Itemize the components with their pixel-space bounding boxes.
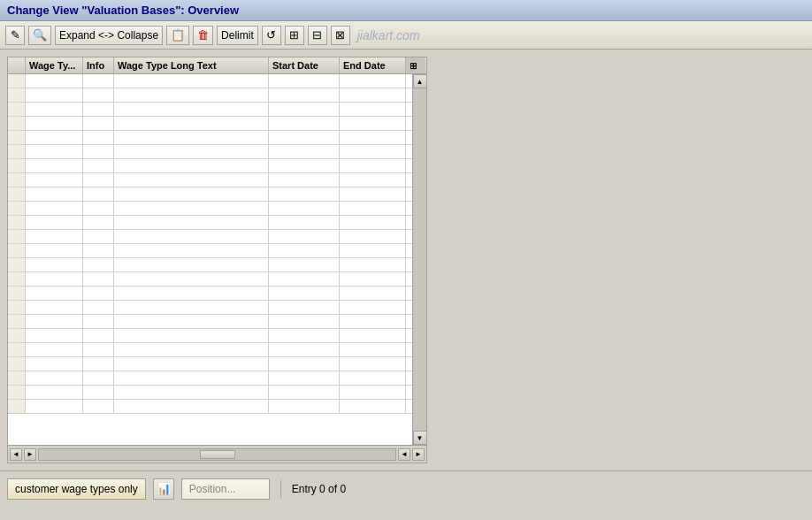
delete-btn[interactable]: 🗑: [193, 26, 213, 45]
watermark-toolbar: jialkart.com: [357, 28, 420, 42]
toolbar: ✎ 🔍 Expand <-> Collapse 📋 🗑 Delimit ↺ ⊞ …: [0, 21, 812, 50]
hscroll-right-group: ◄ ►: [398, 448, 425, 461]
edit-btn[interactable]: ✎: [5, 26, 25, 45]
table-body: ▲ ▼: [8, 74, 426, 445]
table-row[interactable]: [8, 329, 412, 343]
status-separator: [280, 480, 281, 498]
table-row[interactable]: [8, 343, 412, 357]
table-row[interactable]: [8, 357, 412, 371]
delimit-btn[interactable]: Delimit: [217, 26, 258, 45]
table-row[interactable]: [8, 315, 412, 329]
table-view-btn1[interactable]: ⊞: [285, 26, 304, 45]
edit-icon: ✎: [11, 28, 20, 42]
table-row[interactable]: [8, 103, 412, 117]
table-row[interactable]: [8, 88, 412, 103]
position-icon-btn[interactable]: 📊: [153, 478, 174, 500]
table-footer: ◄ ► ◄ ►: [8, 445, 426, 463]
col-header-corner: ⊞: [406, 57, 425, 73]
table-row[interactable]: [8, 216, 412, 230]
table-view-btn2[interactable]: ⊟: [308, 26, 327, 45]
col-header-startdate[interactable]: Start Date: [269, 57, 340, 73]
right-panel: [434, 57, 805, 463]
hscroll-right-btn[interactable]: ►: [24, 448, 36, 461]
title-bar: Change View "Valuation Bases": Overview: [0, 0, 812, 21]
position-btn[interactable]: Position...: [181, 478, 270, 500]
table-row[interactable]: [8, 400, 412, 414]
scroll-down-btn[interactable]: ▼: [413, 431, 427, 445]
scroll-track-v[interactable]: [413, 88, 426, 431]
col-header-info[interactable]: Info: [83, 57, 114, 73]
table-row[interactable]: [8, 272, 412, 287]
main-content: Wage Ty... Info Wage Type Long Text Star…: [0, 50, 812, 470]
table-rows-container: [8, 74, 412, 414]
table-row[interactable]: [8, 386, 412, 400]
delete-icon: 🗑: [197, 28, 209, 42]
hscroll-left-btn[interactable]: ◄: [10, 448, 22, 461]
copy-icon: 📋: [171, 28, 185, 42]
hscroll-track[interactable]: [38, 448, 396, 461]
status-bar: customer wage types only 📊 Position... E…: [0, 470, 812, 506]
scroll-up-btn[interactable]: ▲: [413, 74, 427, 88]
table-row[interactable]: [8, 173, 412, 187]
table-row[interactable]: [8, 301, 412, 315]
table-view-btn3[interactable]: ⊠: [331, 26, 350, 45]
search-icon: 🔍: [33, 28, 47, 42]
table-header: Wage Ty... Info Wage Type Long Text Star…: [8, 57, 426, 74]
table-view1-icon: ⊞: [289, 28, 299, 42]
table-row[interactable]: [8, 258, 412, 272]
table-view3-icon: ⊠: [335, 28, 345, 42]
hscroll-thumb[interactable]: [200, 450, 235, 459]
table-row[interactable]: [8, 145, 412, 159]
table-row[interactable]: [8, 187, 412, 202]
table-row[interactable]: [8, 131, 412, 145]
table-row[interactable]: [8, 117, 412, 131]
table-row[interactable]: [8, 202, 412, 216]
table-view2-icon: ⊟: [312, 28, 322, 42]
delimit-label: Delimit: [221, 29, 254, 42]
expand-collapse-label: Expand <-> Collapse: [59, 29, 158, 42]
table-row[interactable]: [8, 287, 412, 301]
customer-wage-types-btn[interactable]: customer wage types only: [7, 478, 146, 500]
table-row[interactable]: [8, 244, 412, 258]
position-icon: 📊: [157, 482, 171, 495]
hscroll-right-btn2[interactable]: ►: [412, 448, 425, 461]
table-container: Wage Ty... Info Wage Type Long Text Star…: [7, 57, 427, 463]
page-title: Change View "Valuation Bases": Overview: [7, 4, 239, 17]
table-row[interactable]: [8, 74, 412, 88]
col-header-enddate[interactable]: End Date: [340, 57, 406, 73]
table-row[interactable]: [8, 371, 412, 386]
table-row[interactable]: [8, 230, 412, 244]
col-header-wagetype[interactable]: Wage Ty...: [26, 57, 83, 73]
col-header-longtext[interactable]: Wage Type Long Text: [114, 57, 269, 73]
col-header-select: [8, 57, 26, 73]
undo-icon: ↺: [266, 28, 276, 42]
copy-btn[interactable]: 📋: [166, 26, 189, 45]
entry-count: Entry 0 of 0: [292, 483, 346, 495]
undo-btn[interactable]: ↺: [262, 26, 281, 45]
expand-collapse-btn[interactable]: Expand <-> Collapse: [55, 26, 163, 45]
table-row[interactable]: [8, 159, 412, 173]
search-btn[interactable]: 🔍: [28, 26, 51, 45]
hscroll-right-btn1[interactable]: ◄: [398, 448, 410, 461]
vertical-scrollbar[interactable]: ▲ ▼: [412, 74, 426, 445]
